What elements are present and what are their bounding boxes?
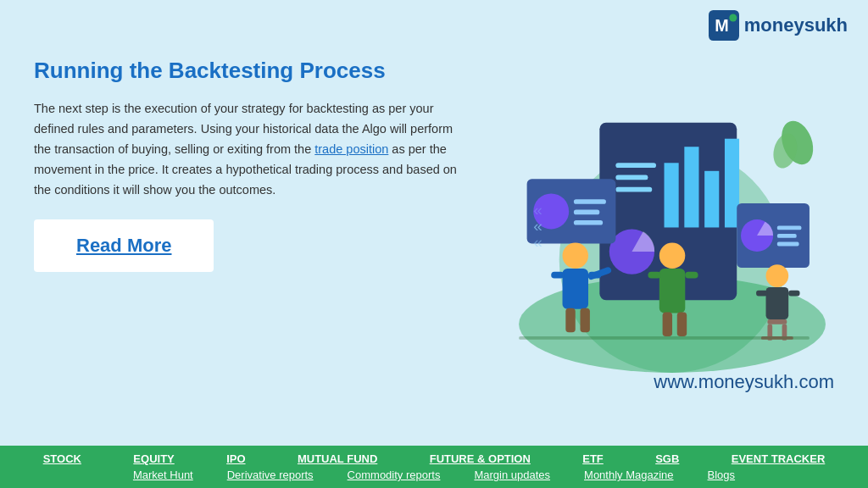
svg-point-31 [659, 243, 685, 269]
nav-future-option[interactable]: FUTURE & OPTION [430, 452, 531, 465]
bottom-navigation: STOCK EQUITY IPO MUTUAL FUND FUTURE & OP… [0, 446, 868, 488]
svg-rect-38 [766, 287, 789, 319]
svg-rect-28 [565, 308, 575, 333]
svg-rect-7 [684, 147, 698, 227]
trade-position-link[interactable]: trade position [314, 142, 388, 156]
nav-row-main: STOCK EQUITY IPO MUTUAL FUND FUTURE & OP… [17, 452, 851, 465]
svg-rect-8 [704, 171, 719, 228]
svg-rect-33 [648, 272, 660, 279]
nav-mutual-fund[interactable]: MUTUAL FUND [298, 452, 377, 465]
nav-ipo[interactable]: IPO [226, 452, 245, 465]
svg-rect-29 [580, 308, 589, 333]
svg-rect-12 [615, 175, 648, 180]
svg-rect-34 [685, 272, 698, 279]
svg-text:«: « [533, 233, 542, 251]
nav-etf[interactable]: ETF [582, 452, 604, 465]
read-more-button[interactable]: Read More [34, 219, 214, 272]
svg-rect-16 [574, 199, 606, 204]
svg-rect-22 [777, 234, 797, 238]
nav-market-hunt[interactable]: Market Hunt [133, 469, 193, 481]
main-content: Running the Backtesting Process The next… [0, 41, 868, 380]
nav-row-sub: Market Hunt Derivative reports Commodity… [17, 469, 851, 481]
logo-text: moneysukh [744, 14, 848, 36]
svg-point-24 [563, 243, 588, 269]
svg-rect-17 [574, 210, 599, 215]
logo-area: M moneysukh [709, 10, 848, 41]
nav-stock[interactable]: STOCK [43, 452, 81, 465]
svg-rect-39 [756, 291, 767, 297]
svg-rect-40 [788, 291, 799, 297]
svg-rect-11 [615, 163, 656, 168]
svg-rect-6 [665, 163, 679, 227]
nav-derivative-reports[interactable]: Derivative reports [227, 469, 314, 481]
svg-point-2 [729, 14, 737, 22]
svg-rect-13 [615, 187, 652, 192]
svg-text:«: « [533, 201, 542, 219]
body-text: The next step is the execution of your s… [34, 99, 461, 201]
svg-rect-21 [777, 226, 802, 230]
svg-rect-18 [574, 220, 603, 225]
nav-sgb[interactable]: SGB [655, 452, 679, 465]
svg-rect-23 [777, 242, 799, 247]
illustration-section: « « « [478, 49, 834, 380]
svg-rect-41 [767, 319, 787, 324]
nav-commodity-reports[interactable]: Commodity reports [348, 469, 441, 481]
svg-text:«: « [533, 217, 542, 235]
svg-rect-25 [563, 269, 588, 309]
nav-blogs[interactable]: Blogs [708, 469, 736, 481]
moneysukh-logo-icon: M [709, 10, 739, 41]
nav-event-tracker[interactable]: EVENT TRACKER [732, 452, 826, 465]
svg-text:M: M [715, 16, 728, 35]
nav-equity[interactable]: EQUITY [133, 452, 174, 465]
svg-point-37 [766, 264, 789, 287]
nav-margin-updates[interactable]: Margin updates [474, 469, 550, 481]
backtesting-illustration: « « « [487, 92, 826, 380]
page-title: Running the Backtesting Process [34, 58, 461, 84]
svg-rect-36 [677, 312, 687, 336]
svg-rect-32 [659, 269, 685, 313]
text-section: Running the Backtesting Process The next… [34, 49, 461, 380]
svg-rect-35 [663, 312, 672, 336]
svg-rect-26 [551, 272, 564, 279]
nav-monthly-magazine[interactable]: Monthly Magazine [584, 469, 674, 481]
header: M moneysukh [0, 0, 868, 41]
svg-rect-45 [519, 336, 810, 340]
